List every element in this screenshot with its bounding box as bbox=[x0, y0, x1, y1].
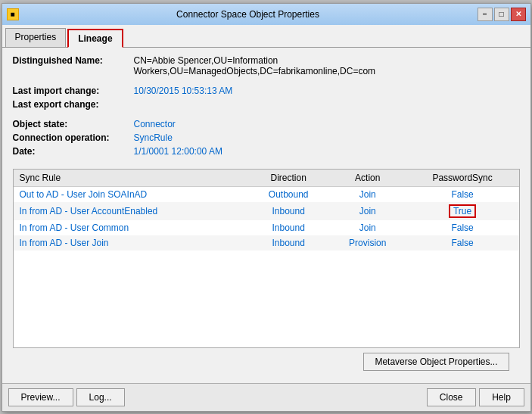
action-cell: Join bbox=[329, 202, 406, 220]
col-header-password-sync: PasswordSync bbox=[406, 170, 519, 187]
tab-lineage[interactable]: Lineage bbox=[67, 29, 123, 48]
action-cell: Join bbox=[329, 186, 406, 202]
direction-cell: Inbound bbox=[248, 220, 329, 235]
connection-operation-label: Connection operation: bbox=[13, 132, 134, 143]
window-title: Connector Space Object Properties bbox=[19, 9, 478, 20]
table-row: In from AD - User JoinInboundProvisionFa… bbox=[14, 235, 519, 251]
tab-properties[interactable]: Properties bbox=[5, 28, 67, 47]
col-header-direction: Direction bbox=[248, 170, 329, 187]
distinguished-name-value: CN=Abbie Spencer,OU=Information Workers,… bbox=[134, 55, 520, 76]
sync-rules-table: Sync Rule Direction Action PasswordSync … bbox=[14, 170, 519, 251]
metaverse-object-properties-button[interactable]: Metaverse Object Properties... bbox=[363, 353, 509, 371]
col-header-sync-rule: Sync Rule bbox=[14, 170, 248, 187]
last-import-label: Last import change: bbox=[13, 86, 134, 96]
direction-cell: Inbound bbox=[248, 235, 329, 251]
title-bar: ■ Connector Space Object Properties – □ … bbox=[2, 4, 530, 25]
close-button[interactable]: Close bbox=[427, 388, 476, 406]
title-bar-buttons: – □ ✕ bbox=[478, 8, 526, 21]
sync-rule-cell: In from AD - User Join bbox=[14, 235, 248, 251]
distinguished-name-label: Distinguished Name: bbox=[13, 55, 134, 66]
footer: Preview... Log... Close Help bbox=[2, 383, 530, 411]
connection-operation-value: SyncRule bbox=[134, 132, 520, 143]
tabs-bar: Properties Lineage bbox=[2, 25, 530, 48]
last-export-row: Last export change: bbox=[13, 99, 520, 110]
action-cell: Provision bbox=[329, 235, 406, 251]
date-value: 1/1/0001 12:00:00 AM bbox=[134, 146, 520, 157]
minimize-button[interactable]: – bbox=[478, 8, 493, 21]
maximize-button[interactable]: □ bbox=[494, 8, 509, 21]
main-window: ■ Connector Space Object Properties – □ … bbox=[2, 3, 531, 412]
sync-rule-cell: Out to AD - User Join SOAInAD bbox=[14, 186, 248, 202]
sync-table-container: Sync Rule Direction Action PasswordSync … bbox=[13, 169, 520, 348]
table-row: In from AD - User AccountEnabledInboundJ… bbox=[14, 202, 519, 220]
help-button[interactable]: Help bbox=[479, 388, 524, 406]
distinguished-name-row: Distinguished Name: CN=Abbie Spencer,OU=… bbox=[13, 55, 520, 76]
object-state-row: Object state: Connector bbox=[13, 119, 520, 129]
password-sync-cell: False bbox=[406, 235, 519, 251]
log-button[interactable]: Log... bbox=[76, 388, 125, 406]
close-button[interactable]: ✕ bbox=[511, 8, 526, 21]
sync-rule-cell: In from AD - User AccountEnabled bbox=[14, 202, 248, 220]
direction-cell: Inbound bbox=[248, 202, 329, 220]
table-row: Out to AD - User Join SOAInADOutboundJoi… bbox=[14, 186, 519, 202]
last-export-label: Last export change: bbox=[13, 99, 134, 110]
footer-right-buttons: Close Help bbox=[427, 388, 524, 406]
bottom-button-bar: Metaverse Object Properties... bbox=[13, 348, 520, 375]
content-area: Distinguished Name: CN=Abbie Spencer,OU=… bbox=[2, 48, 530, 383]
date-row: Date: 1/1/0001 12:00:00 AM bbox=[13, 146, 520, 157]
object-state-label: Object state: bbox=[13, 119, 134, 129]
connection-operation-row: Connection operation: SyncRule bbox=[13, 132, 520, 143]
last-import-value: 10/30/2015 10:53:13 AM bbox=[134, 86, 520, 96]
table-row: In from AD - User CommonInboundJoinFalse bbox=[14, 220, 519, 235]
action-cell: Join bbox=[329, 220, 406, 235]
col-header-action: Action bbox=[329, 170, 406, 187]
last-import-row: Last import change: 10/30/2015 10:53:13 … bbox=[13, 86, 520, 96]
object-state-value: Connector bbox=[134, 119, 520, 129]
footer-left-buttons: Preview... Log... bbox=[8, 388, 125, 406]
window-icon: ■ bbox=[7, 8, 19, 20]
date-label: Date: bbox=[13, 146, 134, 157]
sync-rule-cell: In from AD - User Common bbox=[14, 220, 248, 235]
password-sync-cell: False bbox=[406, 220, 519, 235]
password-sync-cell: True bbox=[406, 202, 519, 220]
password-sync-cell: False bbox=[406, 186, 519, 202]
preview-button[interactable]: Preview... bbox=[8, 388, 73, 406]
direction-cell: Outbound bbox=[248, 186, 329, 202]
